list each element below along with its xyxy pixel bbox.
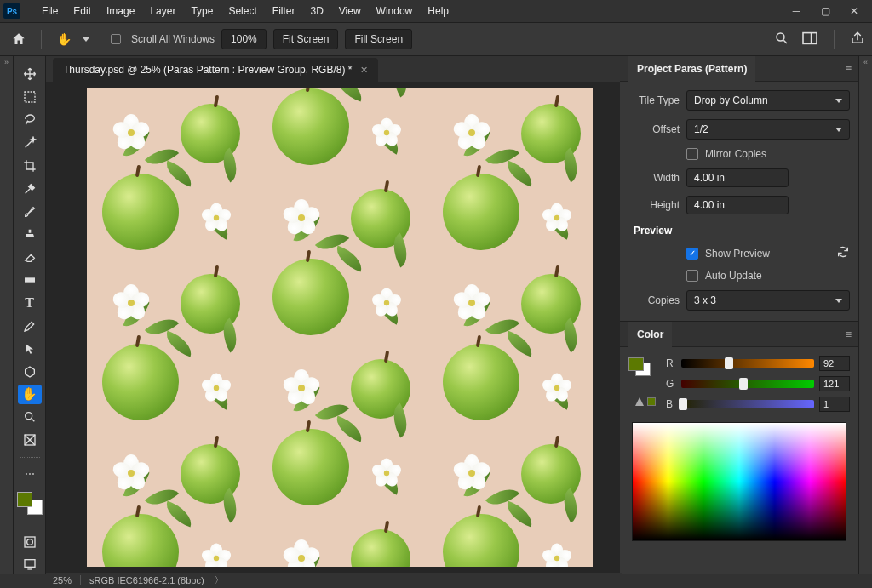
menu-select[interactable]: Select bbox=[221, 2, 264, 20]
menu-view[interactable]: View bbox=[331, 2, 369, 20]
g-slider[interactable] bbox=[681, 380, 814, 388]
document-tab[interactable]: Thursday.psd @ 25% (Paras Pattern : Prev… bbox=[53, 58, 378, 82]
b-value[interactable]: 1 bbox=[819, 397, 850, 412]
refresh-preview-icon[interactable] bbox=[836, 245, 850, 261]
divider bbox=[834, 30, 835, 49]
offset-dropdown[interactable]: 1/2 bbox=[686, 119, 850, 140]
pen-tool[interactable] bbox=[18, 316, 42, 335]
svg-marker-6 bbox=[25, 367, 34, 377]
eyedropper-tool[interactable] bbox=[18, 179, 42, 198]
color-swatches[interactable] bbox=[17, 492, 43, 514]
checkbox-icon[interactable] bbox=[111, 34, 121, 44]
menu-filter[interactable]: Filter bbox=[265, 2, 303, 20]
tool-preset-dropdown[interactable] bbox=[83, 37, 89, 42]
menu-window[interactable]: Window bbox=[369, 2, 421, 20]
panel-menu-icon[interactable]: ≡ bbox=[846, 328, 852, 340]
menu-type[interactable]: Type bbox=[183, 2, 221, 20]
menu-file[interactable]: File bbox=[34, 2, 66, 20]
hand-tool-indicator[interactable] bbox=[52, 28, 76, 50]
copies-dropdown[interactable]: 3 x 3 bbox=[686, 290, 850, 311]
quick-mask-toggle[interactable] bbox=[18, 532, 42, 551]
edit-toolbar-button[interactable]: ⋯ bbox=[18, 465, 42, 484]
b-slider-row: B 1 bbox=[666, 397, 850, 412]
mirror-copies-checkbox[interactable] bbox=[686, 148, 698, 160]
g-label: G bbox=[666, 378, 676, 390]
close-tab-icon[interactable]: ✕ bbox=[360, 65, 368, 76]
b-slider[interactable] bbox=[681, 400, 814, 408]
divider bbox=[80, 575, 81, 585]
hand-tool[interactable]: ✋ bbox=[18, 385, 42, 404]
divider bbox=[41, 30, 42, 49]
canvas[interactable] bbox=[87, 88, 593, 567]
chevron-down-icon bbox=[835, 299, 842, 303]
shape-tool[interactable] bbox=[18, 362, 42, 381]
menu-layer[interactable]: Layer bbox=[142, 2, 183, 20]
share-button[interactable] bbox=[850, 31, 865, 49]
foreground-color-swatch[interactable] bbox=[17, 492, 32, 507]
window-controls: ─ ▢ ✕ bbox=[782, 0, 869, 22]
tools-panel: T ✋ ⋯ bbox=[14, 56, 46, 574]
workspace-switcher[interactable] bbox=[801, 31, 818, 48]
brush-tool[interactable] bbox=[18, 202, 42, 221]
document-tab-label: Thursday.psd @ 25% (Paras Pattern : Prev… bbox=[63, 64, 352, 76]
minimize-button[interactable]: ─ bbox=[782, 0, 811, 22]
menu-help[interactable]: Help bbox=[420, 2, 456, 20]
options-bar: Scroll All Windows 100% Fit Screen Fill … bbox=[0, 22, 872, 56]
r-slider-row: R 92 bbox=[666, 356, 850, 371]
status-profile[interactable]: sRGB IEC61966-2.1 (8bpc) bbox=[89, 575, 204, 585]
scroll-all-label: Scroll All Windows bbox=[131, 33, 215, 45]
fg-swatch[interactable] bbox=[628, 357, 644, 371]
move-tool[interactable] bbox=[18, 65, 42, 84]
crop-tool[interactable] bbox=[18, 156, 42, 175]
fit-screen-button[interactable]: Fit Screen bbox=[273, 29, 339, 49]
search-icon[interactable] bbox=[774, 31, 789, 49]
magic-wand-tool[interactable] bbox=[18, 134, 42, 153]
menu-image[interactable]: Image bbox=[99, 2, 142, 20]
zoom-100-button[interactable]: 100% bbox=[221, 29, 267, 49]
path-select-tool[interactable] bbox=[18, 339, 42, 358]
color-panel-swatches[interactable] bbox=[628, 357, 651, 376]
panel-menu-icon[interactable]: ≡ bbox=[846, 63, 852, 75]
lasso-tool[interactable] bbox=[18, 111, 42, 130]
chevron-down-icon bbox=[835, 99, 842, 103]
height-label: Height bbox=[628, 199, 680, 211]
color-panel-header[interactable]: Color ≡ bbox=[620, 322, 858, 347]
auto-update-checkbox[interactable] bbox=[686, 270, 698, 282]
width-input[interactable]: 4.00 in bbox=[686, 168, 789, 187]
collapsed-panel-strip-left[interactable]: » bbox=[0, 56, 14, 574]
width-label: Width bbox=[628, 172, 680, 184]
home-button[interactable] bbox=[7, 27, 31, 51]
close-window-button[interactable]: ✕ bbox=[840, 0, 869, 22]
zoom-tool[interactable] bbox=[18, 408, 42, 427]
collapsed-panel-strip-right[interactable]: « bbox=[858, 56, 872, 574]
menu-3d[interactable]: 3D bbox=[302, 2, 330, 20]
pattern-panel-header[interactable]: Project Paras (Pattern) ≡ bbox=[620, 56, 858, 82]
clone-stamp-tool[interactable] bbox=[18, 225, 42, 244]
color-spectrum[interactable] bbox=[632, 422, 846, 541]
canvas-viewport[interactable] bbox=[46, 82, 620, 574]
tile-type-dropdown[interactable]: Drop by Column bbox=[686, 90, 850, 111]
gradient-tool[interactable] bbox=[18, 271, 42, 290]
show-preview-checkbox[interactable] bbox=[686, 248, 698, 260]
artboard-tool[interactable] bbox=[18, 431, 42, 450]
status-chevron-icon[interactable]: 〉 bbox=[215, 574, 223, 586]
scroll-all-option[interactable]: Scroll All Windows bbox=[111, 33, 215, 45]
eraser-tool[interactable] bbox=[18, 248, 42, 267]
height-input[interactable]: 4.00 in bbox=[686, 196, 789, 214]
g-value[interactable]: 121 bbox=[819, 376, 850, 391]
g-slider-row: G 121 bbox=[666, 376, 850, 391]
r-value[interactable]: 92 bbox=[819, 356, 850, 371]
marquee-tool[interactable] bbox=[18, 88, 42, 107]
title-bar: Ps File Edit Image Layer Type Select Fil… bbox=[0, 0, 872, 22]
menu-edit[interactable]: Edit bbox=[66, 2, 99, 20]
screen-mode-toggle[interactable] bbox=[18, 555, 42, 574]
status-zoom[interactable]: 25% bbox=[53, 575, 72, 585]
copies-label: Copies bbox=[628, 294, 680, 306]
fill-screen-button[interactable]: Fill Screen bbox=[345, 29, 412, 49]
maximize-button[interactable]: ▢ bbox=[811, 0, 840, 22]
offset-value: 1/2 bbox=[694, 123, 708, 135]
type-tool[interactable]: T bbox=[18, 294, 42, 313]
r-slider[interactable] bbox=[681, 359, 814, 368]
gamut-warning-icon[interactable] bbox=[634, 397, 656, 407]
right-panel-group: Project Paras (Pattern) ≡ Tile Type Drop… bbox=[620, 56, 858, 574]
